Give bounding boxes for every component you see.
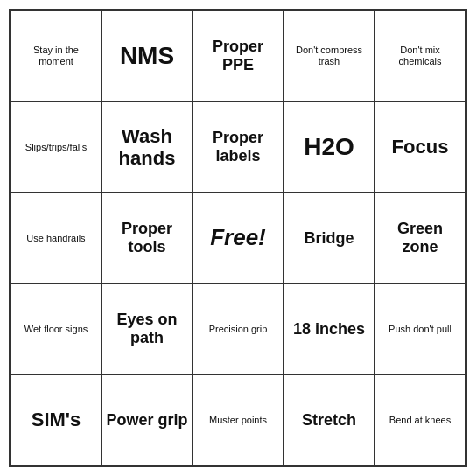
- bingo-cell-12: Free!: [192, 192, 284, 284]
- bingo-cell-14: Green zone: [374, 192, 466, 284]
- bingo-cell-1: NMS: [102, 10, 192, 102]
- bingo-cell-0: Stay in the moment: [10, 10, 102, 102]
- bingo-cell-24: Bend at knees: [374, 374, 466, 466]
- bingo-cell-15: Wet floor signs: [10, 284, 102, 374]
- bingo-cell-20: SIM's: [10, 374, 102, 466]
- bingo-cell-23: Stretch: [284, 374, 374, 466]
- bingo-cell-13: Bridge: [284, 192, 374, 284]
- bingo-cell-17: Precision grip: [192, 284, 284, 374]
- bingo-cell-5: Slips/trips/falls: [10, 102, 102, 192]
- bingo-cell-2: Proper PPE: [192, 10, 284, 102]
- bingo-board: Stay in the momentNMSProper PPEDon't com…: [9, 9, 467, 467]
- bingo-cell-7: Proper labels: [192, 102, 284, 192]
- bingo-cell-21: Power grip: [102, 374, 192, 466]
- bingo-cell-10: Use handrails: [10, 192, 102, 284]
- bingo-cell-18: 18 inches: [284, 284, 374, 374]
- bingo-cell-9: Focus: [374, 102, 466, 192]
- bingo-cell-4: Don't mix chemicals: [374, 10, 466, 102]
- bingo-cell-19: Push don't pull: [374, 284, 466, 374]
- bingo-cell-8: H2O: [284, 102, 374, 192]
- bingo-cell-3: Don't compress trash: [284, 10, 374, 102]
- bingo-cell-16: Eyes on path: [102, 284, 192, 374]
- bingo-cell-22: Muster points: [192, 374, 284, 466]
- bingo-cell-6: Wash hands: [102, 102, 192, 192]
- bingo-cell-11: Proper tools: [102, 192, 192, 284]
